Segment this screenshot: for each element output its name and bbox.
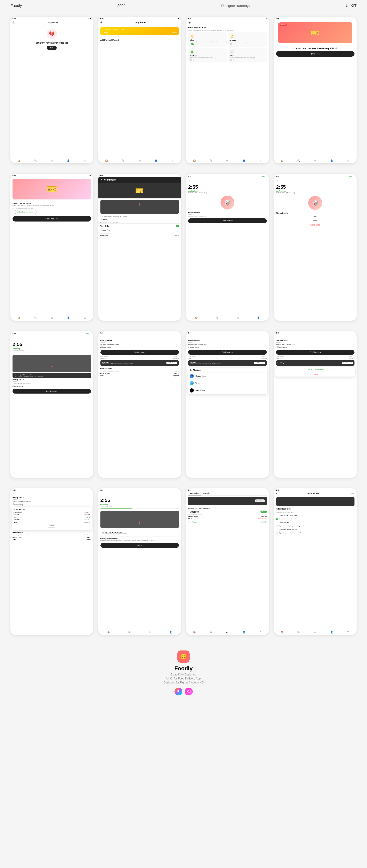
back-button[interactable]: ← xyxy=(10,335,93,340)
bag-nav-icon[interactable]: 🛍 xyxy=(313,159,317,162)
menu-nav-icon[interactable]: ☰ xyxy=(83,316,87,319)
back-button[interactable]: ← xyxy=(98,491,181,496)
create-button[interactable]: Create xyxy=(350,493,355,495)
search-nav-icon[interactable]: 🔍 xyxy=(297,159,301,162)
bag-nav-icon[interactable]: 🛍 xyxy=(226,630,229,634)
close-button[interactable]: ✕ xyxy=(12,21,15,24)
close-issue-button[interactable]: × xyxy=(276,492,278,495)
bag-nav-icon[interactable]: 🛍 xyxy=(226,159,229,162)
track-button[interactable]: Track xyxy=(260,510,267,513)
close-basket-icon[interactable]: ✕ xyxy=(101,179,102,181)
try-free-button[interactable]: Try It Free xyxy=(276,51,355,57)
past-orders-tab[interactable]: Past Orders xyxy=(188,491,201,495)
profile-nav-icon[interactable]: 👤 xyxy=(66,159,70,162)
menu-nav-icon[interactable]: ☰ xyxy=(346,630,350,634)
menu-nav-icon[interactable]: ☰ xyxy=(346,159,350,162)
get-directions-button[interactable]: Get Directions xyxy=(276,350,355,355)
back-button[interactable]: ← xyxy=(274,334,357,339)
call-restaurant-button[interactable]: Call Restaurant xyxy=(166,362,177,364)
bag-nav-icon[interactable]: 🛍 xyxy=(236,316,239,319)
profile-nav-icon[interactable]: 👤 xyxy=(330,159,334,162)
help-link[interactable]: Help xyxy=(84,332,91,335)
help-link[interactable]: Help xyxy=(347,175,355,178)
profile-nav-icon[interactable]: 👤 xyxy=(169,630,172,634)
home-nav-icon[interactable]: 🏠 xyxy=(193,159,196,162)
profile-nav-icon[interactable]: 👤 xyxy=(242,630,246,634)
call-restaurant-button[interactable]: Call Restaurant xyxy=(254,362,265,364)
get-directions-button[interactable]: Get Directions xyxy=(188,350,267,355)
home-nav-icon[interactable]: 🏠 xyxy=(193,630,196,634)
back-button[interactable]: ← xyxy=(186,178,269,183)
bag-nav-icon[interactable]: 🛍 xyxy=(50,316,54,319)
call-option[interactable]: Call: +1 (123) 123-4567 xyxy=(276,367,355,372)
start-trial-button[interactable]: Start Free Trial xyxy=(12,216,91,221)
search-nav-icon[interactable]: 🔍 xyxy=(121,159,125,162)
search-nav-icon[interactable]: 🔍 xyxy=(215,316,219,319)
get-directions-button[interactable]: Get Directions xyxy=(188,218,267,223)
view-receipt-link[interactable]: View Receipt xyxy=(188,521,197,523)
help-link[interactable]: Help xyxy=(259,175,266,178)
add-icon[interactable]: + xyxy=(178,39,179,41)
profile-nav-icon[interactable]: 👤 xyxy=(257,316,260,319)
call-restaurant-button[interactable]: Call Restaurant xyxy=(342,362,353,364)
close-receipt-button[interactable]: CLOSE xyxy=(47,524,56,528)
edit-button[interactable]: Edit xyxy=(47,46,57,50)
menu-nav-icon[interactable]: ☰ xyxy=(259,159,262,162)
issue-option-3[interactable]: My order is taking longer than expected xyxy=(274,524,357,528)
view-menu-button[interactable]: View Menu xyxy=(255,499,265,502)
add-payment-row[interactable]: Add Payment Method + xyxy=(98,37,181,43)
eatspass-toggle[interactable] xyxy=(190,59,194,61)
search-nav-icon[interactable]: 🔍 xyxy=(297,630,301,634)
profile-nav-icon[interactable]: 👤 xyxy=(154,159,158,162)
get-help-link[interactable]: Get Help xyxy=(260,521,267,523)
view-receipt-link[interactable]: View Receipt xyxy=(172,370,179,372)
issue-option-0[interactable]: Check the status of my order xyxy=(274,514,357,517)
xd-badge[interactable]: Xd xyxy=(185,688,193,695)
back-button[interactable]: ← xyxy=(10,491,93,496)
cancel-order-link[interactable]: Cancel Order xyxy=(258,518,267,519)
get-directions-button[interactable]: Get Directions xyxy=(12,389,91,394)
rewards-toggle[interactable] xyxy=(230,43,234,45)
apple-maps-option[interactable]: 🗺 Apple Maps xyxy=(188,387,267,394)
home-nav-icon[interactable]: 🏠 xyxy=(195,316,198,319)
home-nav-icon[interactable]: 🏠 xyxy=(17,159,21,162)
issue-option-1[interactable]: Check the status of my order xyxy=(274,517,357,521)
close-button[interactable]: ✕ xyxy=(188,21,191,24)
bag-nav-icon[interactable]: 🛍 xyxy=(148,630,152,634)
bag-nav-icon[interactable]: 🛍 xyxy=(138,159,141,162)
update-payment-button[interactable]: Update Payment method xyxy=(15,210,36,214)
close-button[interactable]: ✕ xyxy=(101,21,103,24)
waze-option[interactable]: 🚗 Waze xyxy=(188,380,267,387)
search-nav-icon[interactable]: 🔍 xyxy=(209,159,213,162)
profile-nav-icon[interactable]: 👤 xyxy=(330,630,334,634)
google-maps-option[interactable]: 🗺 Google Maps xyxy=(188,373,267,380)
profile-nav-icon[interactable]: 👤 xyxy=(242,159,246,162)
menu-nav-icon[interactable]: ☰ xyxy=(259,630,262,634)
issue-option-4[interactable]: Change my delivery address xyxy=(274,528,357,531)
menu-nav-icon[interactable]: ☰ xyxy=(83,159,87,162)
offers-toggle[interactable] xyxy=(190,43,194,45)
back-button[interactable]: ← xyxy=(98,334,181,339)
figma-badge[interactable]: F xyxy=(174,688,182,695)
issue-option-2[interactable]: Cancel my order xyxy=(274,521,357,524)
got-it-button[interactable]: Got It xyxy=(101,543,179,548)
menu-nav-icon[interactable]: ☰ xyxy=(171,159,174,162)
bag-nav-icon[interactable]: 🛍 xyxy=(313,630,317,634)
search-nav-icon[interactable]: 🔍 xyxy=(33,316,37,319)
view-receipt-link[interactable]: View Receipt xyxy=(84,534,91,535)
cancel-call-option[interactable]: Cancel xyxy=(276,372,355,376)
cancel-order-option[interactable]: Cancel Order xyxy=(274,223,357,227)
search-nav-icon[interactable]: 🔍 xyxy=(209,630,213,634)
home-nav-icon[interactable]: 🏠 xyxy=(105,159,108,162)
help-option[interactable]: Help xyxy=(274,215,357,219)
more-option[interactable]: More xyxy=(274,219,357,223)
bag-nav-icon[interactable]: 🛍 xyxy=(50,159,54,162)
issue-option-5[interactable]: My delivery person made me unsafe xyxy=(274,531,357,535)
home-nav-icon[interactable]: 🏠 xyxy=(107,630,110,634)
search-nav-icon[interactable]: 🔍 xyxy=(33,159,37,162)
back-button[interactable]: ← xyxy=(186,334,269,339)
upcoming-tab[interactable]: Upcoming xyxy=(201,491,213,495)
other-toggle[interactable] xyxy=(230,59,234,61)
home-nav-icon[interactable]: 🏠 xyxy=(280,630,284,634)
search-nav-icon[interactable]: 🔍 xyxy=(128,630,131,634)
